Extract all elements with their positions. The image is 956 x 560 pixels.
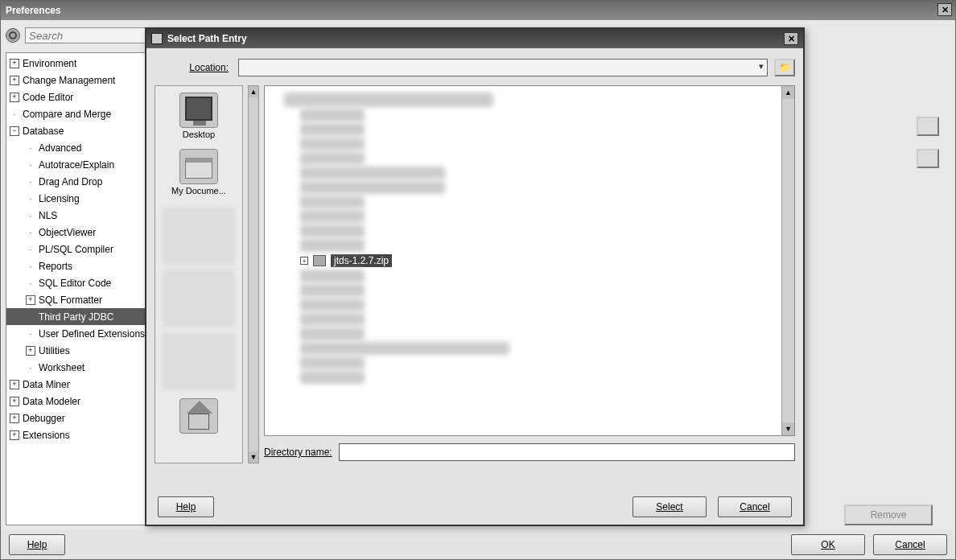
tree-toggle-icon[interactable]: + [26,346,35,356]
tree-item-environment[interactable]: +Environment [6,55,148,72]
places-bar: Desktop My Docume... [155,85,243,463]
file-scrollbar[interactable]: ▲ ▼ [781,86,794,435]
tree-item-label: Worksheet [39,362,84,373]
tree-item-advanced[interactable]: Advanced [6,139,148,156]
tree-item-extensions[interactable]: +Extensions [6,426,148,443]
tree-item-label: Compare and Merge [23,109,111,120]
move-down-button[interactable] [917,149,939,168]
file-panel-wrap: + jtds-1.2.7.zip ▲ [264,85,795,463]
tree-toggle-icon[interactable]: + [10,397,19,406]
zip-file-icon [313,255,326,266]
file-blur [300,299,365,311]
tree-toggle-icon[interactable]: − [10,126,19,136]
tree-item-code-editor[interactable]: +Code Editor [6,89,148,105]
desktop-icon [179,93,218,128]
scroll-up-icon[interactable]: ▲ [782,86,794,99]
tree-item-compare-and-merge[interactable]: Compare and Merge [6,105,148,122]
tree-item-label: Database [23,126,64,137]
file-blur [300,167,445,179]
dialog-close-button[interactable]: ✕ [784,32,798,45]
file-blur [300,371,365,384]
file-list-panel[interactable]: + jtds-1.2.7.zip ▲ [264,85,795,436]
tree-item-reports[interactable]: Reports [6,257,148,274]
tree-item-licensing[interactable]: Licensing [6,190,148,207]
documents-icon [179,149,218,184]
tree-item-sql-formatter[interactable]: +SQL Formatter [6,291,148,308]
tree-item-sql-editor-code[interactable]: SQL Editor Code [6,274,148,291]
tree-item-label: SQL Formatter [39,294,102,306]
tree-item-debugger[interactable]: +Debugger [6,410,148,426]
tree-toggle-icon[interactable]: + [10,414,19,423]
location-combo[interactable] [238,59,768,76]
pref-cancel-button[interactable]: Cancel [873,534,947,555]
select-path-dialog: Select Path Entry ✕ Location: 📁 Desktop [145,27,805,526]
file-blur [300,210,365,223]
file-blur [284,93,493,107]
place-desktop[interactable]: Desktop [157,89,241,146]
home-icon [179,398,218,434]
place-blurred-2[interactable] [163,270,235,327]
tree-item-worksheet[interactable]: Worksheet [6,359,148,376]
file-blur [300,327,365,340]
tree-item-data-modeler[interactable]: +Data Modeler [6,393,148,410]
dialog-footer: Help Select Cancel [146,489,803,525]
directory-name-input[interactable] [339,443,795,461]
file-blur [300,270,365,282]
tree-item-label: NLS [39,210,57,221]
move-up-button[interactable] [917,117,939,136]
remove-button[interactable]: Remove [844,504,933,525]
pref-ok-button[interactable]: OK [791,534,865,555]
scroll-down-icon[interactable]: ▼ [782,422,794,435]
tree-toggle-icon[interactable]: + [26,295,35,305]
tree-item-pl-sql-compiler[interactable]: PL/SQL Compiler [6,241,148,257]
tree-leaf-icon [26,245,35,254]
pref-help-button[interactable]: Help [9,534,65,555]
tree-item-utilities[interactable]: +Utilities [6,342,148,359]
tree-item-user-defined-extensions[interactable]: User Defined Extensions [6,325,148,342]
tree-item-label: Debugger [23,413,65,424]
file-blur [300,284,365,297]
dialog-icon [151,33,163,44]
dialog-cancel-button[interactable]: Cancel [718,496,792,517]
tree-leaf-icon [26,211,35,220]
scroll-down-icon[interactable]: ▼ [249,451,258,463]
tree-leaf-icon [10,109,19,119]
place-home[interactable] [157,395,241,440]
place-blurred-3[interactable] [163,332,235,390]
tree-item-change-management[interactable]: +Change Management [6,72,148,89]
expand-toggle-icon[interactable]: + [300,257,308,265]
scroll-up-icon[interactable]: ▲ [249,86,258,97]
tree-item-third-party-jdbc[interactable]: Third Party JDBC [6,308,148,325]
tree-item-nls[interactable]: NLS [6,207,148,224]
selected-file-row[interactable]: + jtds-1.2.7.zip [300,253,791,268]
tree-item-objectviewer[interactable]: ObjectViewer [6,224,148,241]
tree-item-data-miner[interactable]: +Data Miner [6,376,148,393]
tree-item-database[interactable]: −Database [6,122,148,139]
tree-toggle-icon[interactable]: + [10,93,19,102]
tree-item-label: Autotrace/Explain [39,159,114,171]
category-tree[interactable]: +Environment+Change Management+Code Edit… [6,52,149,525]
places-scrollbar[interactable]: ▲ ▼ [248,85,259,463]
file-blur [300,356,365,369]
tree-item-label: Licensing [39,193,80,204]
file-blur [300,109,365,121]
place-blurred-1[interactable] [163,207,235,265]
selected-file-name: jtds-1.2.7.zip [331,254,392,267]
tree-toggle-icon[interactable]: + [10,76,19,85]
tree-toggle-icon[interactable]: + [10,380,19,389]
dialog-select-button[interactable]: Select [633,496,707,517]
tree-item-label: PL/SQL Compiler [39,244,113,255]
preferences-close-button[interactable]: ✕ [937,3,952,16]
tree-toggle-icon[interactable]: + [10,59,19,68]
place-mydocs[interactable]: My Docume... [157,146,241,202]
file-blur [300,313,365,326]
folder-up-icon: 📁 [779,62,791,73]
file-blur [300,138,365,150]
go-up-button[interactable]: 📁 [774,59,795,76]
location-label: Location: [155,62,232,73]
tree-toggle-icon[interactable]: + [10,430,19,440]
tree-item-autotrace-explain[interactable]: Autotrace/Explain [6,156,148,173]
tree-item-drag-and-drop[interactable]: Drag And Drop [6,173,148,190]
dialog-titlebar[interactable]: Select Path Entry ✕ [146,29,803,48]
dialog-help-button[interactable]: Help [158,496,214,517]
